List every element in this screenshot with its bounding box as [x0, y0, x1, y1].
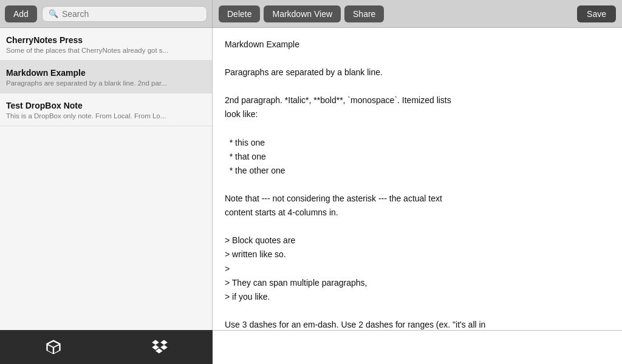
main-area: CherryNotes Press Some of the places tha…: [0, 28, 622, 330]
note-item-markdown[interactable]: Markdown Example Paragraphs are separate…: [0, 61, 212, 93]
toolbar: Add 🔍 Delete Markdown View Share Save: [0, 0, 622, 28]
local-notes-button[interactable]: [0, 330, 106, 364]
note-preview: Paragraphs are separated by a blank line…: [6, 79, 206, 87]
editor-text: Markdown Example Paragraphs are separate…: [225, 38, 610, 330]
note-item-cherry[interactable]: CherryNotes Press Some of the places tha…: [0, 28, 212, 61]
note-item-dropbox[interactable]: Test DropBox Note This is a DropBox only…: [0, 93, 212, 126]
footer-sidebar: [0, 330, 213, 364]
note-title: CherryNotes Press: [6, 35, 206, 45]
editor-content[interactable]: Markdown Example Paragraphs are separate…: [213, 28, 622, 330]
search-box: 🔍: [42, 6, 207, 22]
note-title: Test DropBox Note: [6, 101, 206, 110]
markdown-view-button[interactable]: Markdown View: [264, 5, 341, 22]
note-preview: This is a DropBox only note. From Local.…: [6, 112, 206, 120]
add-button[interactable]: Add: [5, 5, 37, 22]
dropbox-icon: [151, 339, 168, 356]
note-title: Markdown Example: [6, 68, 206, 78]
dropbox-button[interactable]: [106, 330, 213, 364]
note-preview: Some of the places that CherryNotes alre…: [6, 47, 206, 54]
toolbar-right: Delete Markdown View Share Save: [213, 0, 622, 27]
footer-content: [213, 330, 622, 364]
footer-area: [0, 330, 622, 364]
save-button[interactable]: Save: [577, 5, 616, 22]
search-icon: 🔍: [49, 9, 58, 18]
share-button[interactable]: Share: [344, 5, 384, 22]
cube-icon: [45, 339, 62, 356]
toolbar-left: Add 🔍: [0, 0, 213, 27]
delete-button[interactable]: Delete: [219, 5, 260, 22]
notes-sidebar: CherryNotes Press Some of the places tha…: [0, 28, 213, 330]
search-input[interactable]: [62, 9, 200, 19]
